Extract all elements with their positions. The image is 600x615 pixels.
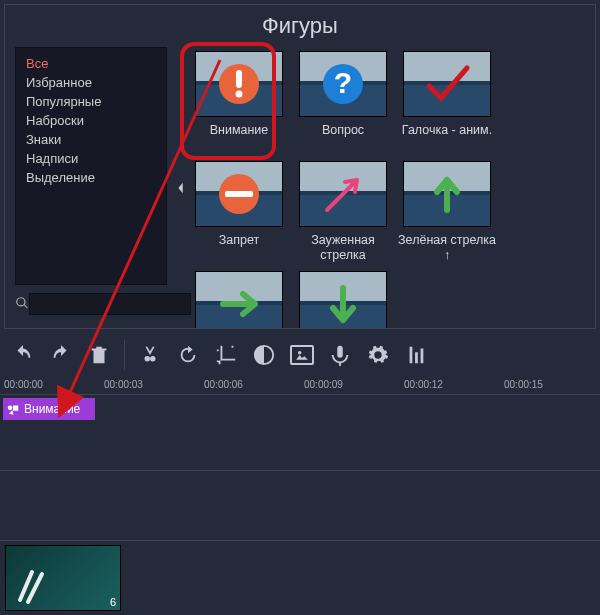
video-clip-label: 6	[110, 596, 116, 608]
thumb-exclaim-icon	[195, 51, 283, 117]
shape-clip[interactable]: Внимание	[3, 398, 95, 420]
thumb-question-icon: ?	[299, 51, 387, 117]
undo-button[interactable]	[7, 339, 39, 371]
shape-tile-question[interactable]: ? Вопрос	[293, 47, 393, 153]
shape-clip-label: Внимание	[24, 402, 80, 416]
shape-clip-icon	[6, 402, 20, 416]
thumb-arrow-up-icon	[403, 161, 491, 227]
shape-tile-narrow-arrow[interactable]: Зауженная стрелка	[293, 157, 393, 263]
ruler-tick: 00:00:03	[104, 379, 143, 390]
thumb-check-icon	[403, 51, 491, 117]
collapse-sidebar-button[interactable]	[173, 47, 189, 328]
mic-button[interactable]	[324, 339, 356, 371]
ruler-tick: 00:00:06	[204, 379, 243, 390]
panel-title: Фигуры	[5, 5, 595, 47]
svg-point-9	[8, 406, 13, 411]
crop-button[interactable]	[210, 339, 242, 371]
shape-tile-attention[interactable]: Внимание	[189, 47, 289, 153]
shape-tile-green-right[interactable]: Зелёная стрелка →	[189, 267, 289, 328]
shape-tile-check[interactable]: Галочка - аним.	[397, 47, 497, 153]
tile-label: Зелёная стрелка ↑	[397, 233, 497, 263]
equalizer-button[interactable]	[400, 339, 432, 371]
sidebar: Все Избранное Популярные Наброски Знаки …	[5, 47, 173, 328]
svg-point-8	[298, 351, 302, 355]
delete-button[interactable]	[83, 339, 115, 371]
rotate-button[interactable]	[172, 339, 204, 371]
ruler-tick: 00:00:09	[304, 379, 343, 390]
timeline: 00:00:00 00:00:03 00:00:06 00:00:09 00:0…	[0, 377, 600, 612]
tile-label: Внимание	[189, 123, 289, 153]
video-track[interactable]: 6	[0, 541, 600, 611]
category-item-highlight[interactable]: Выделение	[26, 168, 156, 187]
shapes-grid: Внимание ? Вопрос Галочка - аним.	[189, 47, 595, 328]
category-item-popular[interactable]: Популярные	[26, 92, 156, 111]
ruler-tick: 00:00:12	[404, 379, 443, 390]
spacer-track[interactable]	[0, 471, 600, 541]
video-clip[interactable]: 6	[5, 545, 121, 611]
category-item-signs[interactable]: Знаки	[26, 130, 156, 149]
tile-label: Вопрос	[293, 123, 393, 153]
svg-rect-10	[13, 406, 18, 411]
tile-label: Запрет	[189, 233, 289, 263]
contrast-button[interactable]	[248, 339, 280, 371]
shapes-track[interactable]: Внимание	[0, 395, 600, 471]
shape-tile-green-down[interactable]: Зелёная стрелка ↓	[293, 267, 393, 328]
svg-rect-1	[236, 70, 242, 88]
search-row	[5, 291, 173, 317]
time-ruler[interactable]: 00:00:00 00:00:03 00:00:06 00:00:09 00:0…	[0, 377, 600, 395]
thumb-arrow-pink-icon	[299, 161, 387, 227]
category-item-favorites[interactable]: Избранное	[26, 73, 156, 92]
category-list: Все Избранное Популярные Наброски Знаки …	[15, 47, 167, 285]
category-item-all[interactable]: Все	[26, 54, 156, 73]
thumb-minus-icon	[195, 161, 283, 227]
category-item-captions[interactable]: Надписи	[26, 149, 156, 168]
toolbar	[0, 333, 600, 377]
thumb-arrow-down-icon	[299, 271, 387, 328]
image-icon	[290, 345, 314, 365]
category-item-sketch[interactable]: Наброски	[26, 111, 156, 130]
video-clip-icon	[14, 566, 54, 606]
search-icon	[15, 296, 29, 313]
ruler-tick: 00:00:00	[4, 379, 43, 390]
shapes-panel: Фигуры Все Избранное Популярные Наброски…	[4, 4, 596, 329]
panel-body: Все Избранное Популярные Наброски Знаки …	[5, 47, 595, 328]
thumb-arrow-right-icon	[195, 271, 283, 328]
media-button[interactable]	[286, 339, 318, 371]
ruler-tick: 00:00:15	[504, 379, 543, 390]
tile-label: Зауженная стрелка	[293, 233, 393, 263]
shape-tile-prohibit[interactable]: Запрет	[189, 157, 289, 263]
tile-label: Галочка - аним.	[397, 123, 497, 153]
svg-rect-6	[225, 191, 253, 197]
shape-tile-green-up[interactable]: Зелёная стрелка ↑	[397, 157, 497, 263]
cut-button[interactable]	[134, 339, 166, 371]
settings-button[interactable]	[362, 339, 394, 371]
svg-text:?: ?	[334, 66, 352, 99]
redo-button[interactable]	[45, 339, 77, 371]
search-input[interactable]	[29, 293, 191, 315]
svg-point-2	[236, 91, 243, 98]
